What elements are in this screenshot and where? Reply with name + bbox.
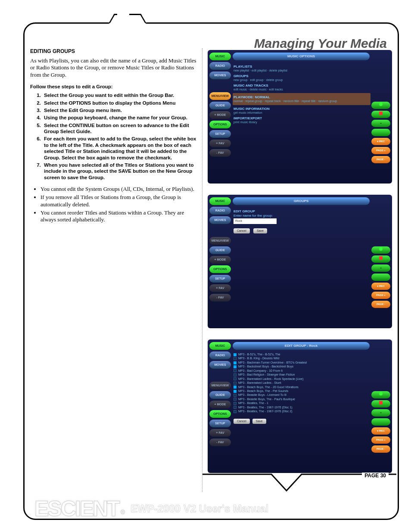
edit-group-panel: EDIT GROUP Enter name for the group: Roc… [234,208,370,233]
nav-mode[interactable]: + MODE [209,111,231,119]
nav-options[interactable]: OPTIONS [209,265,231,273]
track-row[interactable]: MP3 - Barenaked Ladies - Stunt [234,381,370,385]
checkbox-icon[interactable] [234,365,237,368]
option-sub[interactable]: new playlist · edit playlist · delete pl… [234,69,370,72]
track-row[interactable]: MP3 - Beatles, The - 1967-1970 (Disc 1) [234,405,370,409]
options-panel: PLAYLISTSnew playlist · edit playlist · … [234,63,370,126]
nav-menuview[interactable]: MENU/VIEW [209,382,231,389]
footer-chevron: PAGE 30 [202,472,396,497]
nav-column: MUSIC RADIO MOVIES MENU/VIEW GUIDE + MOD… [209,342,231,446]
rec-button[interactable]: ● REC [371,138,390,145]
option-sub[interactable]: edit music · delete music · edit tracks [234,88,370,91]
nav-setup[interactable]: SETUP [209,420,231,427]
track-row[interactable]: MP3 - Beastie Boys - Licensed To Ill [234,393,370,397]
nav-music[interactable]: MUSIC [209,197,231,205]
nav-music[interactable]: MUSIC [209,342,231,350]
page-down[interactable]: PAGE - [371,156,390,163]
note: You cannot edit the System Groups (All, … [40,186,198,193]
nav-fav-plus[interactable]: + FAV [209,284,231,292]
nav-guide[interactable]: GUIDE [209,391,231,399]
checkbox-icon[interactable] [234,353,237,356]
save-button[interactable]: Save [252,419,266,424]
checkbox-icon[interactable] [234,369,237,372]
page-up[interactable]: PAGE + [371,436,390,444]
nav-fav-minus[interactable]: - FAV [209,149,231,157]
checkbox-icon[interactable] [234,373,237,376]
nav-fav-plus[interactable]: + FAV [209,429,231,437]
track-row[interactable]: MP3 - Bad Religion - Stranger than Ficti… [234,373,370,376]
track-row[interactable]: MP3 - Beach Boys, The - 20 Good Vibratio… [234,385,370,389]
nav-radio[interactable]: RADIO [209,207,231,215]
nav-mode[interactable]: + MODE [209,256,231,264]
track-row[interactable]: MP3 - B-52's, The - B-52's, The [234,352,370,356]
nav-fav-plus[interactable]: + FAV [209,140,231,147]
indicator [371,129,390,136]
nav-options[interactable]: OPTIONS [209,121,231,128]
step: Using the popup keyboard, change the nam… [42,115,198,121]
track-row[interactable]: MP3 - Beatles, The - 1967-1970 (Disc 2) [234,409,370,413]
checkbox-icon[interactable] [234,382,237,385]
checkbox-icon[interactable] [234,394,237,397]
checkbox-icon[interactable] [234,398,237,401]
checkbox-icon[interactable] [234,377,237,380]
save-button[interactable]: Save [253,228,267,233]
option-sub[interactable]: new group · edit group · delete group [234,78,370,82]
track-row[interactable]: MP3 - Barenaked Ladies - Rock Spectacle … [234,377,370,381]
nav-movies[interactable]: MOVIES [209,72,231,79]
checkbox-icon[interactable] [234,361,237,364]
nav-setup[interactable]: SETUP [209,130,231,138]
page-up[interactable]: PAGE + [371,292,390,299]
checkbox-icon[interactable] [234,357,237,360]
option-header: MUSIC AND TRACKS [234,84,370,88]
nav-movies[interactable]: MOVIES [209,216,231,224]
checkbox-icon[interactable] [234,390,237,393]
track-row[interactable]: MP3 - Bad Company - 10 From 6 [234,369,370,373]
nav-mode[interactable]: + MODE [209,401,231,408]
screen-title: MUSIC OPTIONS [233,53,370,60]
page-down[interactable]: PAGE - [371,301,390,308]
checkbox-icon[interactable] [234,402,237,405]
nav-radio[interactable]: RADIO [209,62,231,70]
rec-button[interactable]: ● REC [371,427,390,435]
track-row[interactable]: MP3 - Beach Boys, The - Pet Sounds [234,389,370,393]
nav-menuview[interactable]: MENU/VIEW [209,92,231,100]
group-name-input[interactable]: Rock [234,218,277,224]
nav-guide[interactable]: GUIDE [209,102,231,109]
cancel-button[interactable]: Cancel [234,228,250,233]
option-sub[interactable]: get music information [234,111,370,115]
panel-header: EDIT GROUP [234,209,370,214]
nav-radio[interactable]: RADIO [209,352,231,359]
option-sub[interactable]: print music library [234,121,370,124]
option-sub[interactable]: normal · repeat group · repeat track · r… [234,100,370,103]
nav-options[interactable]: OPTIONS [209,410,231,418]
rec-button[interactable]: ● REC [371,283,390,290]
checkbox-icon[interactable] [234,410,237,413]
nav-music[interactable]: MUSIC [209,53,231,60]
screenshot-edit-group-name: MUSIC RADIO MOVIES MENU/VIEW GUIDE + MOD… [208,195,392,328]
track-row[interactable]: MP3 - Backstreet Boys - Backstreet Boys [234,364,370,368]
checkbox-icon[interactable] [234,406,237,409]
nav-setup[interactable]: SETUP [209,275,231,283]
step: For each item you want to add to the Gro… [42,136,198,161]
track-row[interactable]: MP3 - Bachman-Turner Overdrive - BTO's G… [234,361,370,364]
step: Select the OPTIONS button to display the… [42,100,198,106]
cancel-button[interactable]: Cancel [234,419,250,424]
indicator [371,391,390,398]
checkbox-icon[interactable] [234,386,237,389]
indicator [371,400,390,408]
nav-movies[interactable]: MOVIES [209,361,231,369]
indicator [371,255,390,263]
track-row[interactable]: MP3 - Beastie Boys, The - Paul's Boutiqu… [234,397,370,401]
screenshot-edit-group-tracks: MUSIC RADIO MOVIES MENU/VIEW GUIDE + MOD… [208,339,392,473]
nav-fav-minus[interactable]: - FAV [209,294,231,302]
indicator: •• [371,409,390,417]
nav-column: MUSIC RADIO MOVIES MENU/VIEW GUIDE + MOD… [209,53,231,157]
page-up[interactable]: PAGE + [371,147,390,154]
nav-menuview[interactable]: MENU/VIEW [209,237,231,245]
intro-paragraph: As with Playlists, you can also edit the… [30,57,198,78]
track-row[interactable]: MP3 - Beatles, The - 1 [234,401,370,405]
track-row[interactable]: MP3 - B.B. King - Deuces Wild [234,356,370,360]
nav-guide[interactable]: GUIDE [209,246,231,254]
nav-fav-minus[interactable]: - FAV [209,439,231,446]
page-down[interactable]: PAGE - [371,445,390,453]
